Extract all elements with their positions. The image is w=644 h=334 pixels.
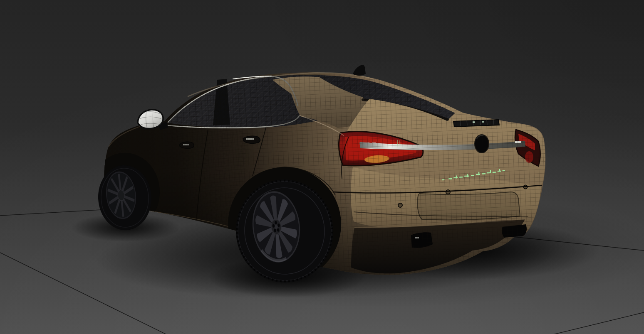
glyph-stem	[478, 172, 480, 175]
glyph-segment	[493, 172, 496, 173]
viewport-canvas[interactable]	[0, 0, 644, 334]
glyph-segment	[503, 170, 505, 171]
glyph-segment	[482, 173, 485, 174]
glyph-segment	[471, 175, 474, 176]
glyph-segment	[442, 179, 444, 181]
glyph-stray-left2	[399, 140, 400, 145]
glyph-stem	[456, 175, 457, 178]
glyph-stem	[467, 174, 468, 177]
glyph-segment	[448, 178, 452, 179]
glyph-stem	[499, 169, 500, 172]
glyph-segment	[459, 177, 463, 178]
glyph-stem	[490, 170, 491, 173]
